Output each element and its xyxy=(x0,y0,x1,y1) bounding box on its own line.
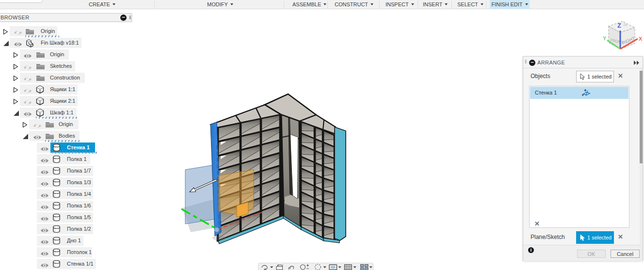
svg-text:Z: Z xyxy=(617,22,621,29)
svg-text:X: X xyxy=(639,36,643,42)
svg-text:Y: Y xyxy=(603,35,607,41)
svg-text:Ze: Ze xyxy=(623,23,628,27)
